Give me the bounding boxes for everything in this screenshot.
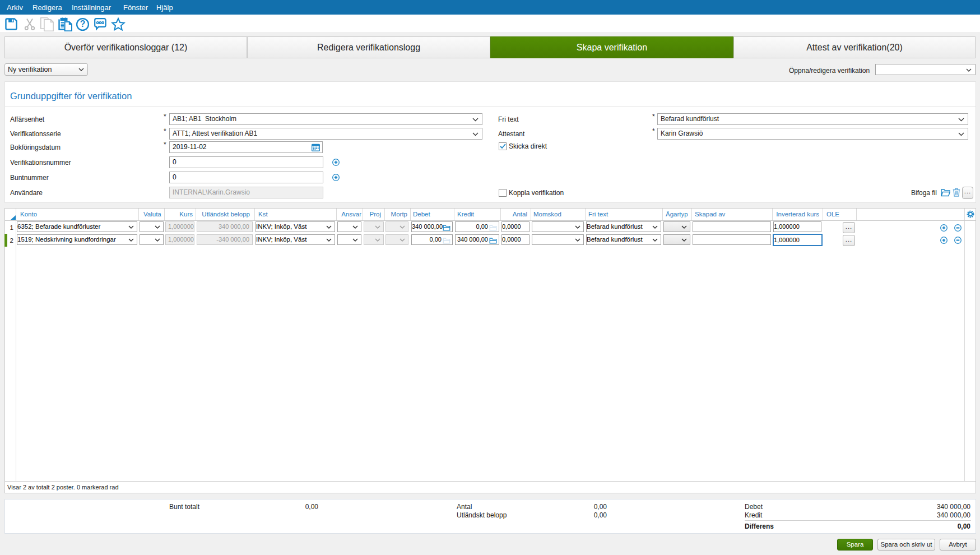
svg-text:?: ? [80, 20, 86, 29]
